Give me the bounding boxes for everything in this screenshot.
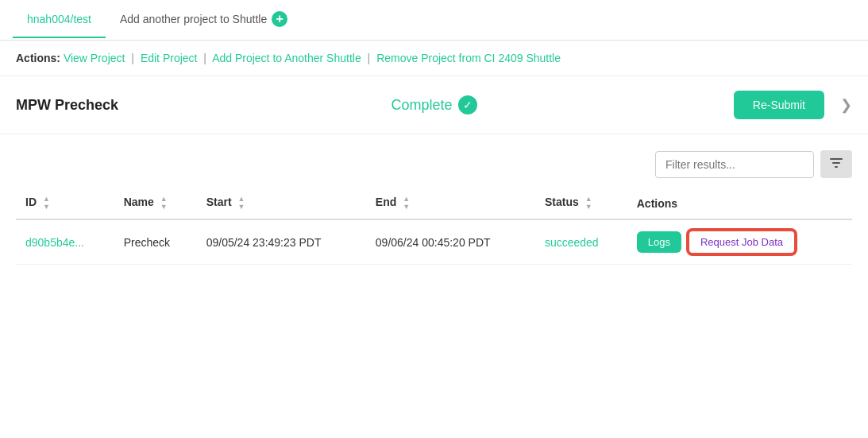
col-status: Status ▲▼	[535, 188, 627, 219]
filter-input[interactable]	[655, 151, 814, 178]
col-actions: Actions	[627, 188, 852, 219]
row-actions: Logs Request Job Data	[637, 230, 843, 254]
sort-end-icon[interactable]: ▲▼	[403, 196, 410, 211]
status-label: Complete	[391, 97, 452, 114]
plus-icon: +	[272, 11, 287, 27]
status-complete: Complete ✓	[151, 95, 718, 114]
col-name: Name ▲▼	[114, 188, 197, 219]
table-header-row: ID ▲▼ Name ▲▼ Start ▲▼	[16, 188, 852, 219]
sort-status-icon[interactable]: ▲▼	[585, 196, 592, 211]
status-value: succeeded	[545, 236, 599, 249]
sep-1: |	[131, 52, 134, 64]
sep-3: |	[368, 52, 371, 64]
col-id: ID ▲▼	[16, 188, 114, 219]
filter-button[interactable]	[820, 150, 852, 178]
expand-icon[interactable]: ❯	[840, 96, 852, 114]
remove-project-link[interactable]: Remove Project from CI 2409 Shuttle	[376, 52, 561, 64]
cell-status: succeeded	[535, 219, 627, 265]
cell-name: Precheck	[114, 219, 197, 265]
view-project-link[interactable]: View Project	[64, 52, 125, 64]
tab-active[interactable]: hnah004/test	[13, 2, 106, 38]
filter-row	[0, 134, 868, 188]
sort-start-icon[interactable]: ▲▼	[237, 196, 245, 211]
sep-2: |	[203, 52, 206, 64]
cell-id: d90b5b4e...	[16, 219, 114, 265]
actions-label: Actions:	[16, 52, 60, 64]
col-end: End ▲▼	[366, 188, 535, 219]
check-circle-icon: ✓	[458, 95, 477, 114]
sort-name-icon[interactable]: ▲▼	[160, 196, 168, 211]
actions-bar: Actions: View Project | Edit Project | A…	[0, 41, 868, 76]
sort-id-icon[interactable]: ▲▼	[43, 196, 50, 211]
tab-add-label: Add another project to Shuttle	[120, 13, 267, 25]
results-table: ID ▲▼ Name ▲▼ Start ▲▼	[16, 188, 852, 265]
add-to-another-shuttle-link[interactable]: Add Project to Another Shuttle	[212, 52, 361, 64]
request-job-button[interactable]: Request Job Data	[688, 230, 796, 254]
edit-project-link[interactable]: Edit Project	[141, 52, 198, 64]
cell-end: 09/06/24 00:45:20 PDT	[366, 219, 535, 265]
section-title: MPW Precheck	[16, 97, 135, 114]
section-header: MPW Precheck Complete ✓ Re-Submit ❯	[0, 76, 868, 134]
table-container: ID ▲▼ Name ▲▼ Start ▲▼	[0, 188, 868, 281]
col-start: Start ▲▼	[197, 188, 366, 219]
filter-icon	[830, 157, 843, 169]
cell-actions: Logs Request Job Data	[627, 219, 852, 265]
id-link[interactable]: d90b5b4e...	[25, 236, 84, 249]
tab-active-label: hnah004/test	[27, 13, 91, 25]
resubmit-button[interactable]: Re-Submit	[734, 91, 824, 119]
logs-button[interactable]: Logs	[637, 231, 681, 253]
cell-start: 09/05/24 23:49:23 PDT	[197, 219, 366, 265]
table-row: d90b5b4e... Precheck 09/05/24 23:49:23 P…	[16, 219, 852, 265]
tabs-bar: hnah004/test Add another project to Shut…	[0, 0, 868, 41]
tab-add[interactable]: Add another project to Shuttle +	[106, 0, 302, 40]
